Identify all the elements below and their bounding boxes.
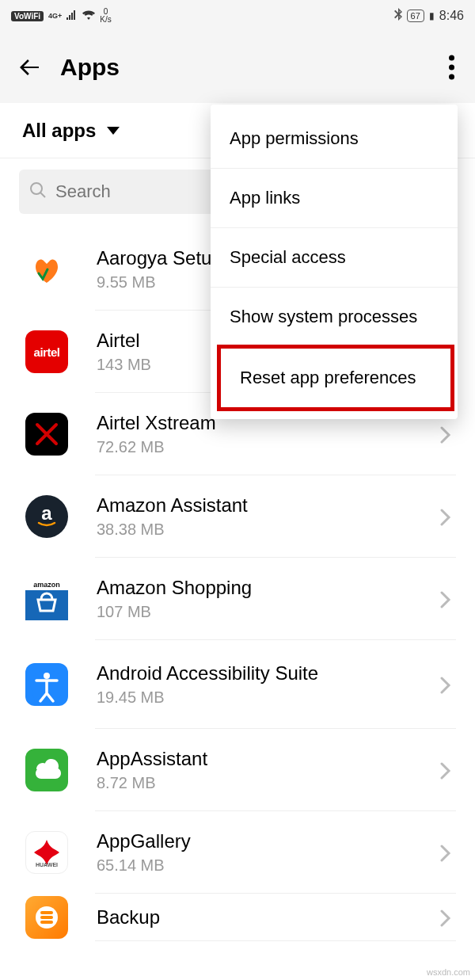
list-item[interactable]: amazon Amazon Shopping 107 MB bbox=[0, 558, 475, 640]
vowifi-badge: VoWiFi bbox=[11, 11, 44, 21]
svg-rect-10 bbox=[40, 911, 53, 914]
app-icon-appgallery: HUAWEI bbox=[25, 831, 68, 874]
app-bar: Apps bbox=[0, 32, 475, 103]
app-icon-amazon-shopping: amazon bbox=[25, 578, 68, 620]
app-size: 38.38 MB bbox=[97, 521, 440, 539]
app-name: Backup bbox=[97, 906, 440, 929]
svg-text:a: a bbox=[41, 502, 52, 524]
dropdown-caret-icon bbox=[107, 124, 120, 138]
svg-rect-11 bbox=[40, 916, 53, 919]
svg-text:HUAWEI: HUAWEI bbox=[36, 862, 58, 868]
highlight-box: Reset app preferences bbox=[217, 345, 454, 411]
list-item[interactable]: Android Accessibility Suite 19.45 MB bbox=[0, 640, 475, 729]
app-icon-aarogya bbox=[25, 248, 68, 291]
chevron-right-icon bbox=[440, 591, 456, 607]
watermark: wsxdn.com bbox=[427, 967, 470, 977]
status-left: VoWiFi 4G+ 0 K/s bbox=[11, 8, 112, 24]
app-size: 65.14 MB bbox=[97, 856, 440, 875]
data-speed: 0 K/s bbox=[100, 8, 111, 24]
chevron-right-icon bbox=[440, 845, 456, 860]
svg-point-7 bbox=[44, 673, 50, 679]
overflow-menu-button[interactable] bbox=[449, 55, 454, 80]
overflow-menu: App permissions App links Special access… bbox=[211, 105, 458, 419]
app-icon-accessibility bbox=[25, 663, 68, 706]
chevron-right-icon bbox=[440, 762, 456, 778]
svg-rect-5 bbox=[25, 590, 68, 620]
menu-item-special-access[interactable]: Special access bbox=[211, 227, 458, 287]
app-icon-amazon: a bbox=[25, 495, 68, 538]
list-item[interactable]: Backup bbox=[0, 894, 475, 941]
search-icon bbox=[28, 181, 48, 203]
app-name: AppAssistant bbox=[97, 748, 440, 771]
bluetooth-icon bbox=[394, 8, 402, 24]
chevron-right-icon bbox=[440, 509, 456, 524]
svg-line-1 bbox=[40, 193, 45, 197]
battery-level: 67 bbox=[407, 10, 424, 22]
app-size: 72.62 MB bbox=[97, 438, 440, 456]
chevron-right-icon bbox=[440, 677, 456, 692]
signal-icon bbox=[66, 10, 78, 22]
clock: 8:46 bbox=[439, 9, 464, 23]
network-type: 4G+ bbox=[48, 12, 62, 20]
app-name: Android Accessibility Suite bbox=[97, 662, 440, 685]
status-bar: VoWiFi 4G+ 0 K/s 67 ▮ 8:46 bbox=[0, 0, 475, 32]
menu-item-show-system-processes[interactable]: Show system processes bbox=[211, 287, 458, 346]
app-icon-airtel: airtel bbox=[25, 330, 68, 373]
app-icon-appassistant bbox=[25, 749, 68, 791]
list-item[interactable]: HUAWEI AppGallery 65.14 MB bbox=[0, 811, 475, 894]
page-title: Apps bbox=[60, 54, 120, 81]
menu-item-app-permissions[interactable]: App permissions bbox=[211, 109, 458, 168]
list-item[interactable]: a Amazon Assistant 38.38 MB bbox=[0, 475, 475, 558]
wifi-icon bbox=[82, 10, 95, 22]
filter-label: All apps bbox=[22, 120, 96, 142]
app-name: Amazon Assistant bbox=[97, 494, 440, 517]
battery-icon: ▮ bbox=[429, 10, 435, 21]
app-name: Amazon Shopping bbox=[97, 577, 440, 600]
status-right: 67 ▮ 8:46 bbox=[394, 8, 464, 24]
svg-point-0 bbox=[31, 183, 42, 194]
chevron-right-icon bbox=[440, 909, 456, 925]
list-item[interactable]: AppAssistant 8.72 MB bbox=[0, 729, 475, 811]
app-icon-xstream bbox=[25, 413, 68, 456]
menu-item-app-links[interactable]: App links bbox=[211, 168, 458, 227]
app-size: 107 MB bbox=[97, 603, 440, 621]
app-size: 19.45 MB bbox=[97, 688, 440, 707]
app-name: AppGallery bbox=[97, 830, 440, 853]
menu-item-reset-app-preferences[interactable]: Reset app preferences bbox=[221, 349, 450, 407]
app-icon-backup bbox=[25, 896, 68, 939]
svg-text:amazon: amazon bbox=[33, 581, 60, 589]
chevron-right-icon bbox=[440, 426, 456, 442]
back-button[interactable] bbox=[16, 54, 43, 81]
app-size: 8.72 MB bbox=[97, 774, 440, 792]
svg-rect-12 bbox=[40, 921, 53, 924]
